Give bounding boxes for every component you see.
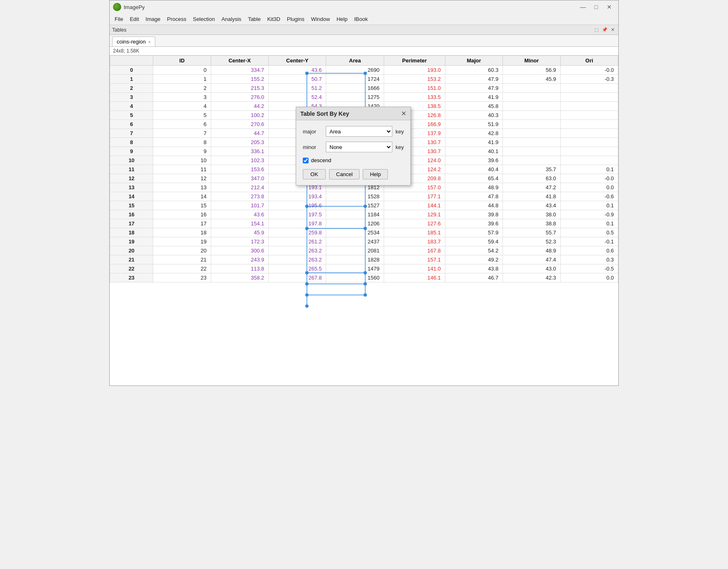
window-controls: — □ ✕ xyxy=(577,3,615,11)
maximize-button[interactable]: □ xyxy=(590,3,602,11)
sub-ctrl-restore[interactable]: ⬚ xyxy=(593,27,600,32)
table-row: 2121243.9263.21828157.149.247.40.3 xyxy=(110,255,618,264)
dialog-cancel-button[interactable]: Cancel xyxy=(329,169,359,179)
col-header-ori[interactable]: Ori xyxy=(560,56,618,66)
cell-ori: -0.0 xyxy=(560,66,618,75)
dialog-descend-checkbox[interactable] xyxy=(303,158,309,163)
cell-perimeter: 141.0 xyxy=(384,264,445,273)
cell-centery: 193.4 xyxy=(268,192,326,201)
cell-minor xyxy=(503,102,560,111)
cell-area: 2437 xyxy=(326,237,384,246)
cell-id: 18 xyxy=(153,228,211,237)
cell-ori: -0.6 xyxy=(560,192,618,201)
sub-title-controls: ⬚ 📌 ✕ xyxy=(593,27,616,32)
menu-analysis[interactable]: Analysis xyxy=(218,15,244,23)
menu-file[interactable]: File xyxy=(111,15,127,23)
cell-ori: 0.0 xyxy=(560,183,618,192)
cell-perimeter: 193.0 xyxy=(384,66,445,75)
table-header-row: ID Center-X Center-Y Area Perimeter Majo… xyxy=(110,56,618,66)
cell-ori: -0.0 xyxy=(560,174,618,183)
menu-image[interactable]: Image xyxy=(142,15,164,23)
cell-minor xyxy=(503,93,560,102)
cell-id: 15 xyxy=(153,201,211,210)
cell-area: 1206 xyxy=(326,219,384,228)
cell-ori: -0.9 xyxy=(560,210,618,219)
cell-minor: 47.2 xyxy=(503,183,560,192)
row-index: 4 xyxy=(110,102,153,111)
cell-ori: 0.5 xyxy=(560,228,618,237)
dialog-descend-row: descend xyxy=(303,157,404,163)
dialog-minor-row: minor NoneIDCenter-XCenter-YAreaPerimete… xyxy=(303,142,404,152)
col-header-major[interactable]: Major xyxy=(445,56,502,66)
cell-major: 60.3 xyxy=(445,66,502,75)
table-container[interactable]: ID Center-X Center-Y Area Perimeter Majo… xyxy=(110,55,618,386)
cell-centery: 259.8 xyxy=(268,228,326,237)
cell-minor: 35.7 xyxy=(503,165,560,174)
col-header-minor[interactable]: Minor xyxy=(503,56,560,66)
cell-perimeter: 133.5 xyxy=(384,93,445,102)
cell-area: 2690 xyxy=(326,66,384,75)
cell-id: 5 xyxy=(153,111,211,120)
cell-id: 11 xyxy=(153,165,211,174)
menu-window[interactable]: Window xyxy=(308,15,333,23)
tab-close-btn[interactable]: × xyxy=(148,39,151,44)
cell-minor: 42.3 xyxy=(503,273,560,282)
cell-id: 9 xyxy=(153,147,211,156)
menu-selection[interactable]: Selection xyxy=(189,15,218,23)
dialog-descend-label: descend xyxy=(311,157,331,163)
cell-area: 1666 xyxy=(326,84,384,93)
close-button[interactable]: ✕ xyxy=(604,3,615,11)
cell-centerx: 347.0 xyxy=(211,174,268,183)
col-header-centerx[interactable]: Center-X xyxy=(211,56,268,66)
minimize-button[interactable]: — xyxy=(577,3,589,11)
menu-plugins[interactable]: Plugins xyxy=(283,15,308,23)
cell-major: 45.8 xyxy=(445,102,502,111)
dialog-help-button[interactable]: Help xyxy=(363,169,388,179)
cell-centerx: 300.6 xyxy=(211,246,268,255)
dialog-major-row: major NoneIDCenter-XCenter-YAreaPerimete… xyxy=(303,126,404,137)
menu-table[interactable]: Table xyxy=(244,15,264,23)
cell-ori: 0.6 xyxy=(560,246,618,255)
row-index: 3 xyxy=(110,93,153,102)
cell-minor xyxy=(503,156,560,165)
cell-minor: 52.3 xyxy=(503,237,560,246)
col-header-id[interactable]: ID xyxy=(153,56,211,66)
menu-process[interactable]: Process xyxy=(164,15,190,23)
cell-perimeter: 146.1 xyxy=(384,273,445,282)
table-row: 161643.6197.51184129.139.838.0-0.9 xyxy=(110,210,618,219)
col-header-centery[interactable]: Center-Y xyxy=(268,56,326,66)
row-index: 11 xyxy=(110,165,153,174)
dialog-minor-select[interactable]: NoneIDCenter-XCenter-YAreaPerimeterMajor… xyxy=(326,142,392,152)
cell-ori xyxy=(560,138,618,147)
sub-ctrl-close[interactable]: ✕ xyxy=(610,27,616,32)
cell-ori xyxy=(560,84,618,93)
cell-id: 6 xyxy=(153,120,211,129)
cell-major: 51.9 xyxy=(445,120,502,129)
col-header-area[interactable]: Area xyxy=(326,56,384,66)
cell-centery: 265.5 xyxy=(268,264,326,273)
cell-centerx: 358.2 xyxy=(211,273,268,282)
cell-minor: 43.4 xyxy=(503,201,560,210)
menu-help[interactable]: Help xyxy=(333,15,351,23)
sub-ctrl-pin[interactable]: 📌 xyxy=(601,27,609,32)
menu-kit3d[interactable]: Kit3D xyxy=(264,15,283,23)
tab-coins-region[interactable]: coins-region × xyxy=(112,37,155,46)
cell-ori xyxy=(560,102,618,111)
dialog-minor-label: minor xyxy=(303,144,323,150)
cell-major: 40.4 xyxy=(445,165,502,174)
title-bar-left: ImagePy xyxy=(113,3,145,11)
menu-edit[interactable]: Edit xyxy=(127,15,142,23)
menu-ibook[interactable]: IBook xyxy=(351,15,371,23)
dialog-close-button[interactable]: ✕ xyxy=(401,110,406,117)
cell-centerx: 44.7 xyxy=(211,129,268,138)
dialog-major-select[interactable]: NoneIDCenter-XCenter-YAreaPerimeterMajor… xyxy=(326,126,392,137)
cell-minor xyxy=(503,147,560,156)
col-header-perimeter[interactable]: Perimeter xyxy=(384,56,445,66)
cell-major: 54.2 xyxy=(445,246,502,255)
svg-point-7 xyxy=(305,305,309,308)
cell-minor: 63.0 xyxy=(503,174,560,183)
row-index: 23 xyxy=(110,273,153,282)
cell-area: 1275 xyxy=(326,93,384,102)
cell-centerx: 153.6 xyxy=(211,165,268,174)
dialog-ok-button[interactable]: OK xyxy=(303,169,326,179)
